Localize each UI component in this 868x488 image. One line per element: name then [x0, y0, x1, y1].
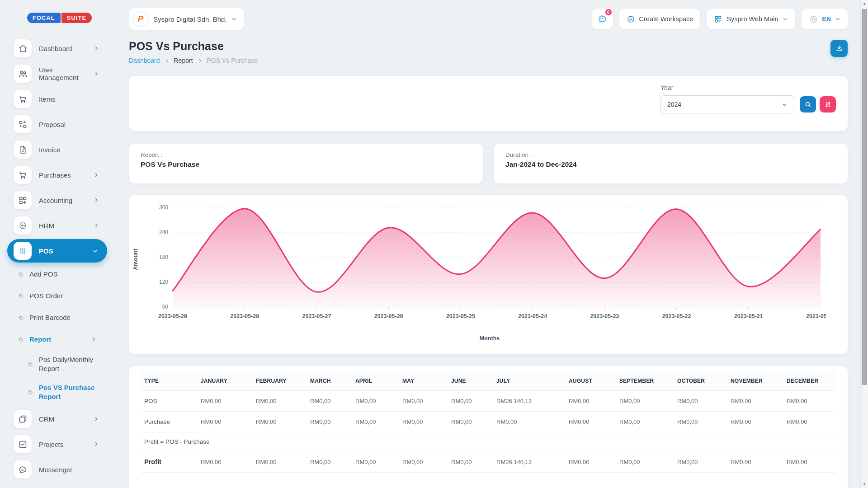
sidebar-item-pos-order[interactable]: POS Order [14, 285, 111, 307]
pos-grid-dots-icon [14, 242, 32, 260]
table-cell: RM26.140,13 [493, 451, 565, 473]
search-button[interactable] [800, 96, 816, 113]
sidebar-item-pos-vs-purchase-report[interactable]: Pos VS Purchase Report [14, 378, 111, 406]
sidebar-item-projects[interactable]: Projects [14, 432, 111, 457]
sidebar-item-report[interactable]: Report [14, 328, 111, 350]
bullet-icon [28, 361, 33, 367]
logo-suite: SUITE [61, 13, 92, 23]
app-logo[interactable]: FOCAL SUITE [27, 13, 92, 23]
sidebar-item-user-management[interactable]: User Management [14, 61, 111, 86]
report-card: Report : POS Vs Purchase [129, 144, 483, 183]
plus-circle-icon [627, 15, 635, 23]
chart-x-axis-label: Months [138, 335, 841, 342]
column-header: MARCH [307, 371, 352, 391]
table-cell: RM0,00 [783, 451, 836, 473]
column-header: JULY [493, 371, 565, 391]
chevron-right-icon [91, 337, 96, 342]
download-icon [835, 44, 844, 53]
sidebar-item-print-barcode[interactable]: Print Barcode [14, 307, 111, 328]
topbar-actions: 0 Create Workspace Syspro Web Main [592, 9, 848, 29]
page-header: POS Vs Purchase Dashboard Report POS Vs … [129, 40, 848, 64]
crm-icon [14, 410, 32, 428]
year-label: Year [660, 84, 836, 91]
table-cell: RM0,00 [252, 451, 307, 473]
company-selector[interactable]: P Syspro Digital Sdn. Bhd. [129, 8, 244, 30]
row-type: Purchase [141, 412, 197, 432]
chart-y-axis-label: Amount [132, 249, 139, 270]
table-cell: RM0,00 [565, 391, 616, 412]
sidebar-item-pos-daily-monthly-report[interactable]: Pos Daily/Monthly Report [14, 350, 111, 378]
vertical-scrollbar[interactable]: ▲ ▼ [860, 0, 868, 488]
logo-focal: FOCAL [27, 13, 61, 23]
sidebar-item-purchases[interactable]: Purchases [14, 162, 111, 188]
sidebar-item-pos[interactable]: POS [7, 239, 107, 263]
table-cell: RM0,00 [448, 451, 493, 473]
chevron-down-icon [92, 248, 98, 254]
create-workspace-button[interactable]: Create Workspace [619, 9, 701, 29]
bullet-icon [18, 272, 24, 277]
chevron-right-icon [94, 416, 99, 422]
sidebar-item-proposal[interactable]: Proposal [14, 112, 111, 137]
sidebar-item-label: User Management [39, 66, 94, 81]
bullet-icon [18, 293, 24, 299]
sidebar-item-label: POS [39, 247, 92, 255]
year-select[interactable]: 2024 [660, 95, 794, 113]
sidebar-item-hrm[interactable]: HRM [14, 213, 111, 238]
sidebar-item-invoice[interactable]: Invoice [14, 137, 111, 162]
sidebar-item-dashboard[interactable]: Dashboard [14, 36, 111, 61]
scroll-up-arrow[interactable]: ▲ [861, 0, 868, 8]
column-header: NOVEMBER [727, 371, 783, 391]
sidebar-item-items[interactable]: Items [14, 86, 111, 112]
cart-icon [14, 166, 32, 184]
sidebar-item-add-pos[interactable]: Add POS [14, 263, 111, 285]
chevron-right-icon [94, 197, 99, 203]
sidebar-item-label: Projects [39, 441, 94, 448]
breadcrumb: Dashboard Report POS Vs Purchase [129, 57, 258, 64]
chevron-right-icon [165, 58, 170, 63]
chevron-right-icon [94, 71, 99, 76]
year-value: 2024 [667, 101, 681, 108]
table-cell: RM0,00 [307, 451, 352, 473]
grid-plus-icon [714, 15, 722, 23]
create-workspace-label: Create Workspace [639, 15, 693, 23]
sidebar-item-messenger[interactable]: Messenger [14, 457, 111, 482]
sidebar-item-crm[interactable]: CRM [14, 406, 111, 432]
table-cell: RM0,00 [616, 451, 674, 473]
table-cell: RM0,00 [565, 451, 616, 473]
sidebar-item-label: Pos Daily/Monthly Report [39, 355, 103, 374]
summary-cards: Report : POS Vs Purchase Duration : Jan-… [129, 144, 848, 183]
download-button[interactable] [830, 40, 848, 57]
chevron-right-icon [94, 441, 99, 447]
sidebar-item-label: Accounting [39, 197, 94, 204]
sidebar-item-label: Print Barcode [29, 313, 71, 322]
workspace-selector[interactable]: Syspro Web Main [707, 9, 795, 29]
chevron-right-icon [94, 172, 99, 178]
table-cell: RM0,00 [727, 451, 783, 473]
chevron-down-icon [783, 16, 788, 22]
bullet-icon [18, 315, 24, 321]
table-cell: RM0,00 [197, 412, 252, 432]
table-cell: RM0,00 [616, 412, 674, 432]
sidebar-item-label: Pos VS Purchase Report [39, 383, 103, 402]
breadcrumb-dashboard[interactable]: Dashboard [129, 57, 160, 64]
column-header: JUNE [448, 371, 493, 391]
column-header: TYPE [141, 371, 197, 391]
table-cell: RM0,00 [674, 451, 727, 473]
scroll-down-arrow[interactable]: ▼ [861, 480, 868, 488]
messages-button[interactable]: 0 [592, 9, 613, 29]
reset-filter-button[interactable] [820, 96, 836, 113]
sidebar-item-label: Proposal [39, 121, 99, 128]
sidebar-item-label: Report [29, 335, 51, 344]
company-name: Syspro Digital Sdn. Bhd. [153, 15, 227, 23]
sidebar-item-label: POS Order [29, 291, 63, 300]
cart-icon [14, 90, 32, 108]
table-cell: RM0,00 [252, 412, 307, 432]
chevron-down-icon [231, 16, 237, 22]
table-cell: RM0,00 [783, 412, 836, 432]
pos-vs-purchase-chart [148, 202, 826, 334]
column-header: FEBRUARY [252, 371, 307, 391]
scrollbar-thumb[interactable] [862, 9, 867, 385]
row-type: Profit [141, 451, 197, 473]
sidebar-item-accounting[interactable]: Accounting [14, 188, 111, 213]
language-selector[interactable]: EN [802, 9, 848, 29]
